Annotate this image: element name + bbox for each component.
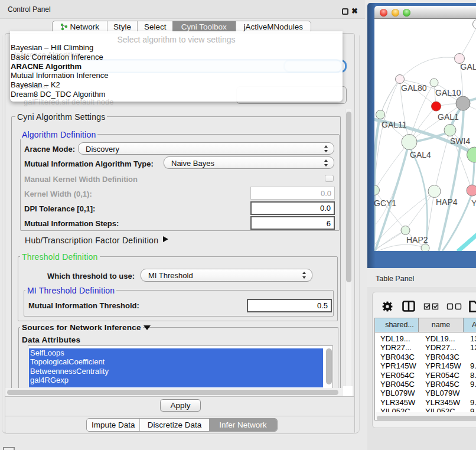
svg-text:GAL4: GAL4: [410, 150, 431, 159]
svg-text:GAL10: GAL10: [435, 88, 461, 97]
svg-text:GAL1: GAL1: [438, 112, 459, 122]
svg-text:HAP4: HAP4: [436, 197, 458, 207]
svg-text:GAL11: GAL11: [382, 120, 407, 129]
svg-text:GAL80: GAL80: [401, 83, 427, 93]
svg-text:GCY1: GCY1: [374, 198, 396, 208]
svg-text:GAL2: GAL2: [461, 62, 476, 71]
svg-text:YEL0: YEL0: [471, 198, 476, 208]
svg-text:HAP2: HAP2: [406, 235, 428, 244]
svg-text:SWI4: SWI4: [450, 136, 470, 146]
